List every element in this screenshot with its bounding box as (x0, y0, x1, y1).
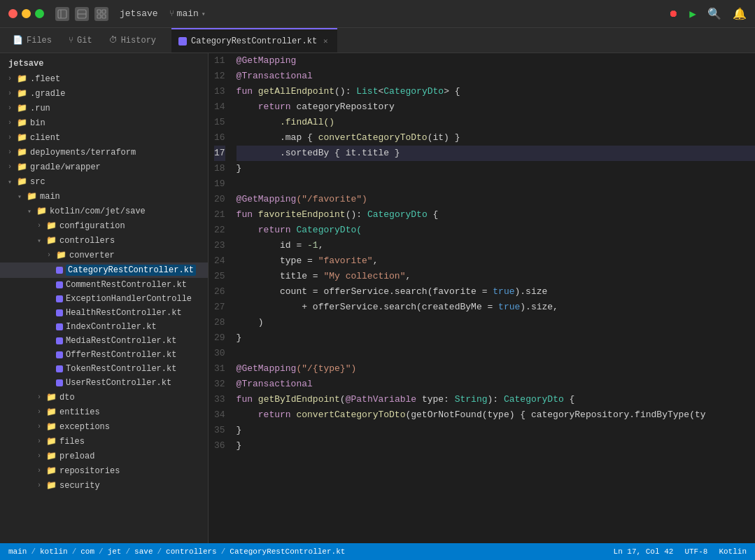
tree-item[interactable]: ›📁configuration (0, 218, 208, 233)
line-number: 33 (214, 392, 225, 407)
folder-label: client (30, 133, 60, 143)
tree-item[interactable]: TokenRestController.kt (0, 362, 208, 376)
search-icon[interactable]: 🔍 (707, 7, 721, 21)
tree-item[interactable]: MediaRestController.kt (0, 334, 208, 348)
line-number: 32 (214, 377, 225, 392)
branch-icon: ⑂ (169, 9, 174, 19)
folder-arrow-icon: ▾ (6, 178, 14, 186)
line-number: 23 (214, 238, 225, 253)
tree-item[interactable]: CommentRestController.kt (0, 278, 208, 292)
tree-item[interactable]: ▾📁controllers (0, 233, 208, 248)
git-nav-button[interactable]: ⑂ Git (62, 33, 99, 48)
titlebar: jetsave ⑂ main ▾ ⏺ ▶ 🔍 🔔 (0, 0, 755, 28)
line-number: 22 (214, 223, 225, 238)
folder-arrow-icon: ▾ (35, 237, 43, 245)
folder-label: preload (59, 451, 94, 461)
breadcrumb-separator: / (99, 547, 104, 556)
folder-arrow-icon: › (6, 134, 14, 141)
file-tab-category-controller[interactable]: CategoryRestController.kt ✕ (171, 28, 337, 52)
tree-item[interactable]: ›📁exceptions (0, 419, 208, 434)
close-traffic-light[interactable] (8, 9, 17, 18)
tree-item[interactable]: ›📁dto (0, 390, 208, 405)
minimize-traffic-light[interactable] (22, 9, 31, 18)
breadcrumb-separator: / (157, 547, 162, 556)
code-line: fun getByIdEndpoint(@PathVariable type: … (237, 392, 755, 407)
tree-item[interactable]: ›📁security (0, 478, 208, 493)
folder-label: .gradle (30, 89, 65, 99)
code-content[interactable]: @GetMapping@Transactionalfun getAllEndpo… (234, 53, 755, 543)
code-line: } (237, 330, 755, 346)
tree-item[interactable]: ›📁repositories (0, 463, 208, 478)
tree-item[interactable]: ›📁entities (0, 405, 208, 419)
files-label: Files (27, 36, 52, 46)
branch-name: main (177, 8, 199, 19)
tree-item[interactable]: ›📁.fleet (0, 71, 208, 86)
tab-close-button[interactable]: ✕ (321, 36, 330, 46)
tree-item[interactable]: ›📁.gradle (0, 86, 208, 101)
line-number: 11 (214, 53, 225, 69)
record-icon[interactable]: ⏺ (668, 8, 678, 20)
git-label: Git (77, 36, 92, 46)
folder-label: main (40, 192, 60, 202)
run-icon[interactable]: ▶ (689, 7, 696, 21)
code-line: return convertCategoryToDto(getOrNotFoun… (237, 407, 755, 423)
code-line: id = -1, (237, 238, 755, 253)
tree-item[interactable]: ›📁bin (0, 115, 208, 130)
file-tree[interactable]: jetsave ›📁.fleet›📁.gradle›📁.run›📁bin›📁cl… (0, 53, 208, 543)
file-label: CommentRestController.kt (66, 280, 187, 290)
line-number: 16 (214, 130, 225, 146)
folder-label: configuration (59, 221, 125, 231)
tree-item[interactable]: ›📁client (0, 130, 208, 145)
line-number: 25 (214, 269, 225, 284)
code-editor[interactable]: 1112131415161718192021222324252627282930… (209, 53, 755, 543)
code-area[interactable]: 1112131415161718192021222324252627282930… (209, 53, 755, 543)
bell-icon[interactable]: 🔔 (733, 7, 747, 21)
folder-arrow-icon: › (35, 393, 43, 401)
tree-item[interactable]: ›📁deployments/terraform (0, 145, 208, 160)
line-number: 29 (214, 330, 225, 346)
tree-item[interactable]: ▾📁src (0, 174, 208, 189)
tree-item[interactable]: ›📁gradle/wrapper (0, 160, 208, 174)
svg-rect-5 (102, 10, 106, 13)
breadcrumb-segment: com (80, 547, 94, 556)
tree-item[interactable]: ›📁converter (0, 248, 208, 262)
files-icon: 📄 (13, 35, 23, 46)
code-line: fun getAllEndpoint(): List<CategoryDto> … (237, 84, 755, 99)
folder-arrow-icon: ▾ (25, 207, 34, 216)
files-nav-button[interactable]: 📄 Files (6, 32, 59, 48)
code-line: @GetMapping("/{type}") (237, 361, 755, 377)
tree-item[interactable]: IndexController.kt (0, 320, 208, 334)
tree-item[interactable]: ›📁files (0, 434, 208, 449)
sidebar-toggle-icon[interactable] (55, 7, 69, 21)
layout-icon[interactable] (75, 7, 89, 21)
tree-item[interactable]: CategoryRestController.kt (0, 262, 208, 278)
folder-icon: 📁 (17, 176, 27, 187)
tree-item[interactable]: ExceptionHandlerControlle (0, 292, 208, 306)
file-label: OfferRestController.kt (66, 350, 176, 360)
line-number: 15 (214, 115, 225, 130)
maximize-traffic-light[interactable] (35, 9, 44, 18)
tree-item[interactable]: UserRestController.kt (0, 376, 208, 390)
line-number: 30 (214, 346, 225, 361)
line-number: 19 (214, 176, 225, 192)
tree-item[interactable]: ▾📁kotlin/com/jet/save (0, 204, 208, 218)
folder-arrow-icon: › (35, 438, 43, 445)
history-nav-button[interactable]: ⏱ History (102, 32, 163, 48)
branch-selector[interactable]: ⑂ main ▾ (169, 8, 206, 19)
tree-item[interactable]: ›📁preload (0, 449, 208, 463)
folder-arrow-icon: ▾ (15, 192, 24, 201)
code-line: ) (237, 315, 755, 330)
tree-item[interactable]: ▾📁main (0, 189, 208, 204)
folder-icon: 📁 (27, 191, 37, 202)
folder-arrow-icon: › (35, 452, 43, 460)
folder-arrow-icon: › (35, 408, 43, 416)
tree-item[interactable]: ›📁.run (0, 101, 208, 115)
folder-label: .fleet (30, 74, 60, 84)
tree-item[interactable]: OfferRestController.kt (0, 348, 208, 362)
breadcrumb: main / kotlin / com / jet / save / contr… (8, 547, 345, 556)
tree-item[interactable]: HealthRestController.kt (0, 306, 208, 320)
folder-icon: 📁 (17, 74, 27, 84)
svg-rect-7 (102, 15, 106, 18)
file-label: HealthRestController.kt (66, 308, 182, 318)
grid-icon[interactable] (94, 7, 108, 21)
